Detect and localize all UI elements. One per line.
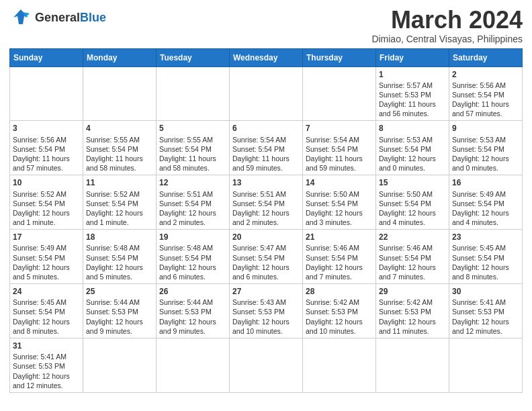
day-info: Sunrise: 5:57 AM Sunset: 5:53 PM Dayligh…	[379, 81, 446, 119]
calendar-day-cell	[376, 338, 449, 392]
day-info: Sunrise: 5:50 AM Sunset: 5:54 PM Dayligh…	[306, 189, 373, 228]
calendar-day-cell: 28Sunrise: 5:42 AM Sunset: 5:53 PM Dayli…	[303, 284, 376, 338]
calendar-day-cell: 9Sunrise: 5:53 AM Sunset: 5:54 PM Daylig…	[449, 121, 523, 175]
day-info: Sunrise: 5:41 AM Sunset: 5:53 PM Dayligh…	[452, 298, 519, 336]
calendar-day-cell: 12Sunrise: 5:51 AM Sunset: 5:54 PM Dayli…	[157, 175, 230, 230]
calendar-week-row: 17Sunrise: 5:49 AM Sunset: 5:54 PM Dayli…	[10, 230, 523, 284]
calendar-day-cell: 11Sunrise: 5:52 AM Sunset: 5:54 PM Dayli…	[83, 175, 157, 230]
calendar-day-cell	[10, 66, 83, 121]
day-number: 4	[86, 123, 153, 134]
day-number: 20	[232, 232, 300, 242]
day-info: Sunrise: 5:49 AM Sunset: 5:54 PM Dayligh…	[13, 243, 80, 281]
day-info: Sunrise: 5:43 AM Sunset: 5:53 PM Dayligh…	[232, 298, 300, 336]
calendar-table: SundayMondayTuesdayWednesdayThursdayFrid…	[9, 48, 523, 393]
day-info: Sunrise: 5:51 AM Sunset: 5:54 PM Dayligh…	[232, 189, 300, 228]
calendar-day-cell: 18Sunrise: 5:48 AM Sunset: 5:54 PM Dayli…	[83, 230, 157, 284]
day-number: 17	[13, 232, 80, 242]
day-number: 22	[379, 232, 446, 242]
calendar-week-row: 10Sunrise: 5:52 AM Sunset: 5:54 PM Dayli…	[10, 175, 523, 230]
calendar-day-cell: 29Sunrise: 5:42 AM Sunset: 5:53 PM Dayli…	[376, 284, 449, 338]
day-info: Sunrise: 5:50 AM Sunset: 5:54 PM Dayligh…	[379, 189, 446, 228]
calendar-day-cell: 31Sunrise: 5:41 AM Sunset: 5:53 PM Dayli…	[10, 338, 83, 392]
day-number: 19	[159, 232, 226, 242]
calendar-day-cell: 2Sunrise: 5:56 AM Sunset: 5:54 PM Daylig…	[449, 66, 523, 121]
day-number: 18	[86, 232, 153, 242]
day-number: 2	[452, 69, 519, 80]
day-number: 1	[379, 69, 446, 80]
day-info: Sunrise: 5:41 AM Sunset: 5:53 PM Dayligh…	[13, 352, 80, 390]
calendar-day-cell: 25Sunrise: 5:44 AM Sunset: 5:53 PM Dayli…	[83, 284, 157, 338]
day-number: 27	[232, 286, 300, 297]
calendar-day-cell: 8Sunrise: 5:53 AM Sunset: 5:54 PM Daylig…	[376, 121, 449, 175]
logo-area: GeneralBlue	[9, 7, 106, 30]
day-info: Sunrise: 5:45 AM Sunset: 5:54 PM Dayligh…	[452, 243, 519, 281]
day-number: 24	[13, 286, 80, 297]
day-info: Sunrise: 5:56 AM Sunset: 5:54 PM Dayligh…	[452, 81, 519, 119]
calendar-day-cell: 23Sunrise: 5:45 AM Sunset: 5:54 PM Dayli…	[449, 230, 523, 284]
location-subtitle: Dimiao, Central Visayas, Philippines	[371, 34, 523, 44]
day-number: 28	[306, 286, 373, 297]
day-number: 6	[232, 123, 300, 134]
day-info: Sunrise: 5:47 AM Sunset: 5:54 PM Dayligh…	[232, 243, 300, 281]
weekday-header-cell: Monday	[83, 48, 157, 66]
calendar-day-cell	[303, 338, 376, 392]
day-number: 9	[452, 123, 519, 134]
month-year-title: March 2024	[371, 7, 523, 34]
calendar-day-cell: 27Sunrise: 5:43 AM Sunset: 5:53 PM Dayli…	[230, 284, 303, 338]
day-number: 10	[13, 177, 80, 188]
calendar-day-cell	[83, 66, 157, 121]
calendar-day-cell: 30Sunrise: 5:41 AM Sunset: 5:53 PM Dayli…	[449, 284, 523, 338]
day-number: 31	[13, 340, 80, 351]
day-info: Sunrise: 5:42 AM Sunset: 5:53 PM Dayligh…	[306, 298, 373, 336]
title-area: March 2024 Dimiao, Central Visayas, Phil…	[371, 7, 523, 44]
day-info: Sunrise: 5:52 AM Sunset: 5:54 PM Dayligh…	[86, 189, 153, 228]
calendar-day-cell: 5Sunrise: 5:55 AM Sunset: 5:54 PM Daylig…	[157, 121, 230, 175]
day-info: Sunrise: 5:44 AM Sunset: 5:53 PM Dayligh…	[86, 298, 153, 336]
calendar-day-cell: 3Sunrise: 5:56 AM Sunset: 5:54 PM Daylig…	[10, 121, 83, 175]
day-number: 25	[86, 286, 153, 297]
day-info: Sunrise: 5:49 AM Sunset: 5:54 PM Dayligh…	[452, 189, 519, 228]
day-info: Sunrise: 5:46 AM Sunset: 5:54 PM Dayligh…	[306, 243, 373, 281]
calendar-day-cell: 26Sunrise: 5:44 AM Sunset: 5:53 PM Dayli…	[157, 284, 230, 338]
calendar-day-cell: 20Sunrise: 5:47 AM Sunset: 5:54 PM Dayli…	[230, 230, 303, 284]
calendar-day-cell	[230, 338, 303, 392]
day-info: Sunrise: 5:52 AM Sunset: 5:54 PM Dayligh…	[13, 189, 80, 228]
day-number: 21	[306, 232, 373, 242]
calendar-day-cell: 10Sunrise: 5:52 AM Sunset: 5:54 PM Dayli…	[10, 175, 83, 230]
calendar-day-cell: 13Sunrise: 5:51 AM Sunset: 5:54 PM Dayli…	[230, 175, 303, 230]
day-number: 5	[159, 123, 226, 134]
calendar-week-row: 24Sunrise: 5:45 AM Sunset: 5:54 PM Dayli…	[10, 284, 523, 338]
weekday-header-cell: Friday	[376, 48, 449, 66]
calendar-week-row: 31Sunrise: 5:41 AM Sunset: 5:53 PM Dayli…	[10, 338, 523, 392]
calendar-day-cell: 7Sunrise: 5:54 AM Sunset: 5:54 PM Daylig…	[303, 121, 376, 175]
weekday-header-cell: Sunday	[10, 48, 83, 66]
calendar-day-cell: 6Sunrise: 5:54 AM Sunset: 5:54 PM Daylig…	[230, 121, 303, 175]
day-number: 13	[232, 177, 300, 188]
day-number: 26	[159, 286, 226, 297]
day-number: 3	[13, 123, 80, 134]
day-number: 7	[306, 123, 373, 134]
logo-text: GeneralBlue	[35, 11, 106, 25]
day-number: 8	[379, 123, 446, 134]
day-number: 12	[159, 177, 226, 188]
day-number: 30	[452, 286, 519, 297]
calendar-day-cell	[230, 66, 303, 121]
calendar-day-cell: 14Sunrise: 5:50 AM Sunset: 5:54 PM Dayli…	[303, 175, 376, 230]
calendar-day-cell: 21Sunrise: 5:46 AM Sunset: 5:54 PM Dayli…	[303, 230, 376, 284]
day-info: Sunrise: 5:42 AM Sunset: 5:53 PM Dayligh…	[379, 298, 446, 336]
calendar-week-row: 1Sunrise: 5:57 AM Sunset: 5:53 PM Daylig…	[10, 66, 523, 121]
calendar-day-cell: 24Sunrise: 5:45 AM Sunset: 5:54 PM Dayli…	[10, 284, 83, 338]
day-info: Sunrise: 5:53 AM Sunset: 5:54 PM Dayligh…	[379, 135, 446, 173]
calendar-day-cell: 22Sunrise: 5:46 AM Sunset: 5:54 PM Dayli…	[376, 230, 449, 284]
calendar-day-cell	[449, 338, 523, 392]
calendar-day-cell: 19Sunrise: 5:48 AM Sunset: 5:54 PM Dayli…	[157, 230, 230, 284]
day-info: Sunrise: 5:48 AM Sunset: 5:54 PM Dayligh…	[159, 243, 226, 281]
day-number: 23	[452, 232, 519, 242]
calendar-week-row: 3Sunrise: 5:56 AM Sunset: 5:54 PM Daylig…	[10, 121, 523, 175]
day-number: 15	[379, 177, 446, 188]
calendar-day-cell: 4Sunrise: 5:55 AM Sunset: 5:54 PM Daylig…	[83, 121, 157, 175]
weekday-header-row: SundayMondayTuesdayWednesdayThursdayFrid…	[10, 48, 523, 66]
calendar-day-cell	[157, 66, 230, 121]
day-number: 16	[452, 177, 519, 188]
calendar-day-cell: 15Sunrise: 5:50 AM Sunset: 5:54 PM Dayli…	[376, 175, 449, 230]
